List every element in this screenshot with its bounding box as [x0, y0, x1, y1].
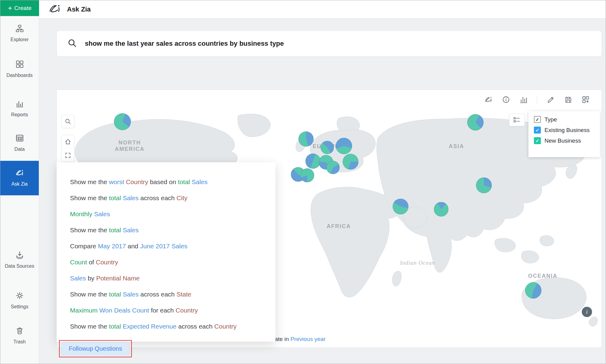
- sidebar-item-trash[interactable]: Trash: [0, 327, 39, 345]
- pie-marker[interactable]: [321, 141, 334, 154]
- sidebar-item-label: Explorer: [9, 37, 30, 43]
- info-icon[interactable]: [502, 95, 510, 104]
- suggestion-item[interactable]: Show me the total Expected Revenue acros…: [70, 318, 275, 334]
- sidebar-item-label: Trash: [12, 339, 27, 345]
- pie-marker[interactable]: [467, 114, 484, 131]
- map-controls: [61, 135, 75, 162]
- search-query-text: show me the last year sales across count…: [85, 40, 284, 48]
- pie-marker[interactable]: [326, 161, 340, 174]
- add-to-dashboard-icon[interactable]: [581, 95, 590, 104]
- legend-title: Type: [544, 116, 557, 123]
- save-icon[interactable]: [564, 95, 572, 104]
- sidebar-item-label: Dashboards: [5, 72, 34, 78]
- existing-business-checkbox[interactable]: ✓: [534, 127, 541, 134]
- sidebar: + Create Explorer Dashboards Reports: [0, 0, 39, 364]
- suggestion-item[interactable]: Show me the worst Country based on total…: [70, 174, 275, 190]
- caption-previous-year-link[interactable]: Previous year: [290, 336, 325, 342]
- suggestion-item[interactable]: Show me the total Sales across each Stat…: [70, 286, 275, 302]
- legend-panel: ✓ Type ✓ Existing Business ✓ New Busines…: [528, 111, 600, 157]
- sidebar-item-label: Ask Zia: [10, 181, 29, 187]
- suggestions-list: Show me the worst Country based on total…: [70, 174, 275, 334]
- page-title: Ask Zia: [67, 5, 91, 13]
- sidebar-item-data[interactable]: Data: [0, 134, 39, 152]
- suggestion-item[interactable]: Compare May 2017 and June 2017 Sales: [70, 238, 275, 254]
- suggestion-item[interactable]: Maximum Won Deals Count for each Country: [70, 302, 275, 318]
- legend-row-new-business: ✓ New Business: [534, 137, 594, 144]
- zia-insights-icon[interactable]: [484, 95, 493, 104]
- pie-marker[interactable]: [525, 282, 541, 299]
- suggestion-item[interactable]: Monthly Sales: [70, 206, 275, 222]
- search-icon: [67, 38, 77, 49]
- sidebar-item-dashboards[interactable]: Dashboards: [0, 60, 39, 78]
- data-sources-icon: [16, 251, 24, 260]
- map-search-button[interactable]: [61, 115, 75, 128]
- suggestion-item[interactable]: Show me the total Sales: [70, 222, 275, 238]
- card-toolbar: [484, 95, 590, 104]
- legend-item-label: New Business: [544, 137, 581, 144]
- reports-icon: [16, 100, 24, 109]
- pie-marker[interactable]: [393, 199, 408, 214]
- topbar: Ask Zia: [39, 0, 606, 18]
- sidebar-item-explorer[interactable]: Explorer: [0, 25, 39, 43]
- ask-zia-search-bar[interactable]: show me the last year sales across count…: [57, 31, 602, 57]
- create-button-label: Create: [14, 5, 32, 12]
- legend-row-existing-business: ✓ Existing Business: [534, 127, 594, 134]
- report-caption: Date in Previous year: [271, 336, 326, 342]
- suggestion-item[interactable]: Sales by Potential Name: [70, 270, 275, 286]
- suggestion-item[interactable]: Count of Country: [70, 254, 275, 270]
- pie-marker[interactable]: [476, 177, 492, 193]
- legend-item-label: Existing Business: [544, 127, 590, 134]
- toolbar-divider: [537, 95, 537, 104]
- annotation-highlight-box: Followup Questions: [59, 340, 132, 357]
- legend-row-type: ✓ Type: [534, 116, 594, 123]
- sidebar-item-label: Data Sources: [4, 263, 35, 269]
- ask-zia-app: + Create Explorer Dashboards Reports: [0, 0, 606, 364]
- zia-logo-icon: [48, 3, 62, 15]
- pie-marker[interactable]: [300, 168, 314, 182]
- map-home-button[interactable]: [62, 135, 74, 148]
- zia-icon: [15, 169, 24, 178]
- pie-marker[interactable]: [114, 113, 131, 130]
- followup-questions-button[interactable]: Followup Questions: [61, 342, 130, 355]
- suggestion-item[interactable]: Show me the total Sales across each City: [70, 190, 275, 206]
- sidebar-item-label: Reports: [10, 112, 29, 118]
- legend-toggle-button[interactable]: [509, 114, 525, 126]
- main-content: show me the last year sales across count…: [39, 18, 606, 364]
- sidebar-item-reports[interactable]: Reports: [0, 100, 39, 118]
- edit-icon[interactable]: [546, 95, 555, 104]
- pie-marker[interactable]: [305, 154, 321, 169]
- gear-icon: [16, 292, 24, 301]
- pie-marker[interactable]: [336, 138, 352, 154]
- create-button[interactable]: + Create: [0, 0, 39, 16]
- trash-icon: [16, 327, 24, 336]
- sidebar-item-label: Data: [13, 146, 26, 152]
- dashboards-icon: [16, 60, 24, 70]
- explorer-icon: [16, 25, 24, 34]
- pie-marker[interactable]: [434, 202, 448, 217]
- followup-suggestions-popup: Show me the worst Country based on total…: [57, 162, 275, 342]
- pie-marker[interactable]: [343, 154, 358, 170]
- type-checkbox[interactable]: ✓: [534, 116, 541, 123]
- data-table-icon: [16, 134, 24, 144]
- chart-type-icon[interactable]: [519, 95, 528, 104]
- sidebar-item-ask-zia[interactable]: Ask Zia: [0, 161, 39, 195]
- map-info-button[interactable]: i: [582, 307, 592, 317]
- sidebar-item-data-sources[interactable]: Data Sources: [0, 251, 39, 269]
- plus-icon: +: [8, 5, 12, 12]
- sidebar-item-settings[interactable]: Settings: [0, 292, 39, 310]
- sidebar-item-label: Settings: [10, 304, 30, 310]
- map-fullscreen-button[interactable]: [62, 148, 74, 162]
- new-business-checkbox[interactable]: ✓: [534, 137, 541, 144]
- pie-marker[interactable]: [298, 131, 314, 147]
